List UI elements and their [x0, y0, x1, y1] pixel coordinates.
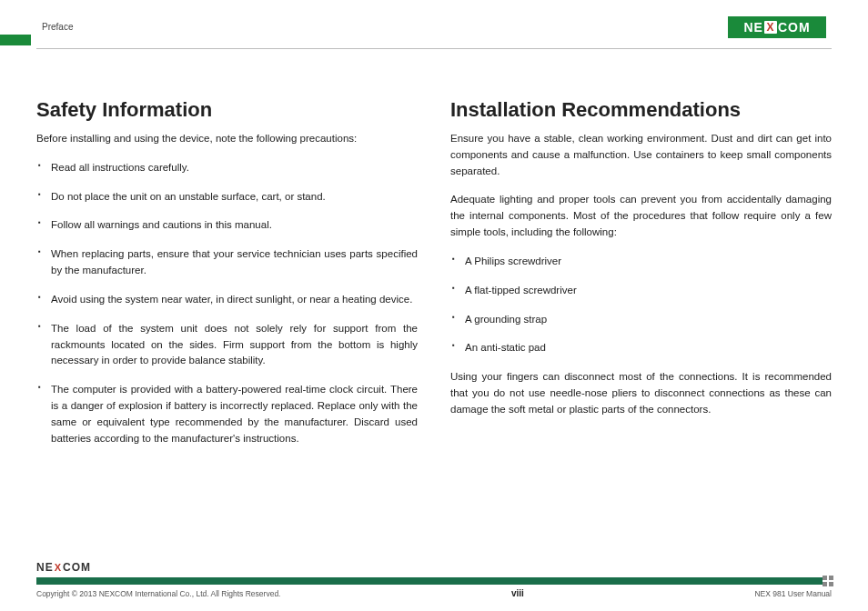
list-item: An anti-static pad	[465, 340, 832, 356]
list-item: The load of the system unit does not sol…	[51, 321, 418, 369]
list-item: A grounding strap	[465, 312, 832, 328]
copyright-text: Copyright © 2013 NEXCOM International Co…	[36, 589, 280, 598]
right-column: Installation Recommendations Ensure you …	[450, 98, 832, 459]
list-item: When replacing parts, ensure that your s…	[51, 246, 418, 279]
section-label: Preface	[42, 22, 73, 32]
left-column: Safety Information Before installing and…	[36, 98, 418, 459]
list-item: Do not place the unit on an unstable sur…	[51, 189, 418, 205]
safety-heading: Safety Information	[36, 98, 418, 122]
logo-text-left: NE	[743, 20, 762, 35]
page-number: viii	[511, 588, 524, 598]
footer-row: Copyright © 2013 NEXCOM International Co…	[36, 588, 832, 598]
brand-logo: NEXCOM	[728, 16, 826, 38]
page-header: Preface NEXCOM	[36, 16, 832, 49]
safety-list: Read all instructions carefully. Do not …	[36, 160, 418, 447]
page-footer: NEXCOM Copyright © 2013 NEXCOM Internati…	[36, 577, 832, 598]
install-p1: Ensure you have a stable, clean working …	[450, 131, 832, 179]
page: Preface NEXCOM Safety Information Before…	[0, 0, 868, 611]
logo-text-right: COM	[778, 20, 811, 35]
content-columns: Safety Information Before installing and…	[36, 49, 832, 459]
footer-logo: NEXCOM	[36, 561, 91, 574]
logo-text-right: COM	[63, 561, 91, 574]
install-p2: Adequate lighting and proper tools can p…	[450, 192, 832, 240]
logo-text-left: NE	[36, 561, 54, 574]
corner-tab	[0, 35, 31, 45]
doc-title: NEX 981 User Manual	[754, 589, 832, 598]
install-heading: Installation Recommendations	[450, 98, 832, 122]
safety-intro: Before installing and using the device, …	[36, 131, 418, 147]
list-item: A Philips screwdriver	[465, 254, 832, 270]
install-p3: Using your fingers can disconnect most o…	[450, 369, 832, 417]
list-item: Avoid using the system near water, in di…	[51, 292, 418, 308]
logo-x-icon: X	[764, 21, 777, 34]
list-item: The computer is provided with a battery-…	[51, 382, 418, 446]
list-item: Read all instructions carefully.	[51, 160, 418, 176]
list-item: Follow all warnings and cautions in this…	[51, 217, 418, 234]
header-rule	[36, 48, 832, 49]
tools-list: A Philips screwdriver A flat-tipped scre…	[450, 254, 832, 356]
list-item: A flat-tipped screwdriver	[465, 283, 832, 299]
logo-x-icon: X	[55, 562, 62, 573]
footer-bar	[36, 577, 832, 585]
